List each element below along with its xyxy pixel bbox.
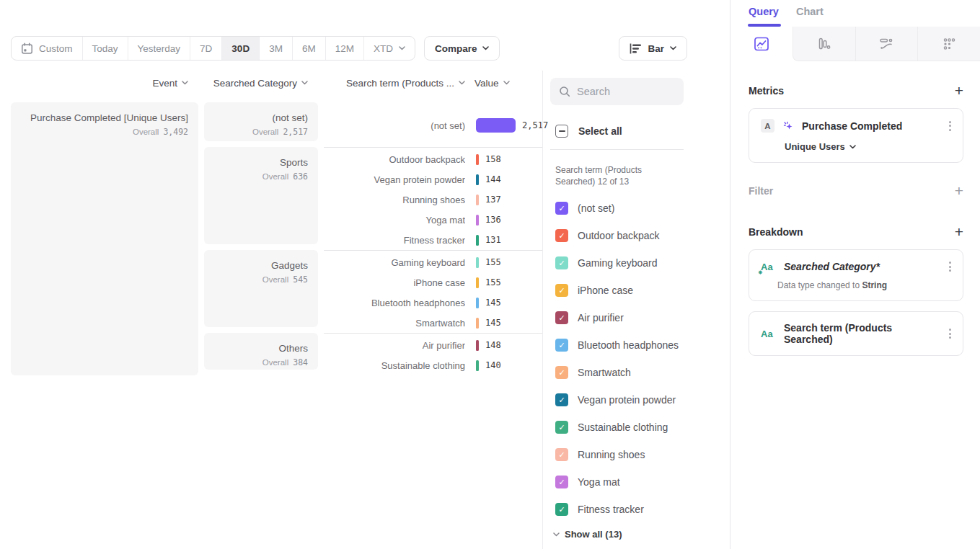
add-breakdown-button[interactable]: +	[955, 224, 963, 239]
tab-retention[interactable]	[917, 27, 980, 61]
legend-item-vegan-protein-powder[interactable]: ✓Vegan protein powder	[555, 386, 730, 414]
select-all-label: Select all	[578, 125, 622, 137]
event-overall: Overall3,492	[18, 127, 188, 137]
column-header-searched-category[interactable]: Searched Category	[198, 78, 318, 89]
date-range-12m[interactable]: 12M	[326, 37, 364, 60]
table-row[interactable]: Air purifier148	[324, 335, 542, 355]
checkbox-checked-icon[interactable]: ✓	[555, 421, 568, 434]
legend-item-running-shoes[interactable]: ✓Running shoes	[555, 441, 730, 468]
tab-query[interactable]: Query	[749, 6, 779, 27]
kebab-menu-icon[interactable]	[948, 260, 953, 273]
chart-type-label: Bar	[648, 43, 664, 54]
event-cell[interactable]: Purchase Completed [Unique Users] Overal…	[11, 102, 198, 375]
tab-chart[interactable]: Chart	[796, 6, 824, 27]
category-cell-others[interactable]: OthersOverall384	[204, 333, 318, 370]
table-row[interactable]: Running shoes137	[324, 189, 542, 210]
date-range-7d[interactable]: 7D	[190, 37, 222, 60]
legend-item-smartwatch[interactable]: ✓Smartwatch	[555, 359, 730, 386]
add-metric-button[interactable]: +	[955, 83, 963, 98]
checkbox-checked-icon[interactable]: ✓	[555, 503, 568, 516]
table-row[interactable]: Gaming keyboard155	[324, 252, 542, 272]
table-row[interactable]: Bluetooth headphones145	[324, 293, 542, 313]
date-range-3m[interactable]: 3M	[260, 37, 293, 60]
compare-button[interactable]: Compare	[424, 36, 500, 61]
category-cell-not-set[interactable]: (not set)Overall2,517	[204, 102, 318, 141]
checkbox-checked-icon[interactable]: ✓	[555, 366, 568, 379]
tab-flows[interactable]	[855, 27, 918, 61]
legend-caption: Search term (Products Searched) 12 of 13	[555, 164, 671, 187]
checkbox-checked-icon[interactable]: ✓	[555, 311, 568, 324]
breakdown-card-searched-category[interactable]: Aa✷ Searched Category* Data type changed…	[749, 249, 963, 301]
kebab-menu-icon[interactable]	[948, 120, 953, 133]
date-range-label: Custom	[39, 43, 73, 54]
search-term-label: Yoga mat	[324, 215, 465, 226]
report-type-tabs	[730, 27, 980, 61]
legend-item-bluetooth-headphones[interactable]: ✓Bluetooth headphones	[555, 331, 730, 359]
table-row[interactable]: Yoga mat136	[324, 210, 542, 230]
select-all-checkbox[interactable]	[555, 125, 568, 138]
legend-item-label: Air purifier	[578, 312, 624, 323]
legend-item-label: Fitness tracker	[578, 504, 644, 515]
breakdown-property-name: Search term (Products Searched)	[784, 322, 940, 345]
column-header-search-term[interactable]: Search term (Products ...	[318, 78, 465, 89]
legend-item-outdoor-backpack[interactable]: ✓Outdoor backpack	[555, 222, 730, 249]
date-range-xtd[interactable]: XTD	[364, 37, 415, 60]
legend-search[interactable]	[550, 78, 684, 105]
value-bar	[476, 360, 479, 371]
table-row[interactable]: Sustainable clothing140	[324, 355, 542, 375]
chevron-down-icon	[670, 46, 676, 50]
legend-item-air-purifier[interactable]: ✓Air purifier	[555, 304, 730, 331]
checkbox-checked-icon[interactable]: ✓	[555, 202, 568, 215]
column-header-value[interactable]: Value	[465, 78, 542, 89]
chart-type-button[interactable]: Bar	[619, 36, 687, 61]
checkbox-checked-icon[interactable]: ✓	[555, 448, 568, 461]
date-range-yesterday[interactable]: Yesterday	[128, 37, 191, 60]
metric-card[interactable]: A Purchase Completed Unique Users	[749, 108, 963, 163]
kebab-menu-icon[interactable]	[948, 327, 953, 340]
legend-item-yoga-mat[interactable]: ✓Yoga mat	[555, 468, 730, 496]
search-term-label: Bluetooth headphones	[324, 298, 465, 308]
legend-item-gaming-keyboard[interactable]: ✓Gaming keyboard	[555, 249, 730, 277]
date-range-30d[interactable]: 30D	[222, 37, 260, 60]
checkbox-checked-icon[interactable]: ✓	[555, 229, 568, 242]
table-row[interactable]: Fitness tracker131	[324, 230, 542, 250]
legend-item-not-set[interactable]: ✓(not set)	[555, 195, 730, 222]
date-range-6m[interactable]: 6M	[293, 37, 326, 60]
search-term-label: (not set)	[324, 120, 465, 131]
checkbox-checked-icon[interactable]: ✓	[555, 476, 568, 488]
select-all-row[interactable]: Select all	[555, 125, 730, 138]
date-range-today[interactable]: Today	[83, 37, 128, 60]
search-term-label: Air purifier	[324, 340, 465, 351]
checkbox-checked-icon[interactable]: ✓	[555, 256, 568, 269]
category-column: OthersOverall384	[204, 333, 318, 375]
table-row[interactable]: Outdoor backpack158	[324, 149, 542, 169]
query-panel: Query Chart Metrics + A	[730, 0, 980, 549]
checkbox-checked-icon[interactable]: ✓	[555, 393, 568, 406]
search-input[interactable]	[577, 86, 671, 97]
table-row[interactable]: Vegan protein powder144	[324, 169, 542, 189]
terms-column: Air purifier148Sustainable clothing140	[324, 333, 542, 375]
value-cell: 137	[476, 195, 542, 205]
legend-item-iphone-case[interactable]: ✓iPhone case	[555, 277, 730, 304]
legend-item-fitness-tracker[interactable]: ✓Fitness tracker	[555, 496, 730, 523]
category-column: GadgetsOverall545	[204, 250, 318, 333]
breakdown-card-search-term[interactable]: Aa Search term (Products Searched)	[749, 311, 963, 356]
checkbox-checked-icon[interactable]: ✓	[555, 339, 568, 352]
tab-funnels[interactable]	[793, 27, 855, 61]
category-overall: Overall2,517	[211, 127, 308, 137]
category-cell-gadgets[interactable]: GadgetsOverall545	[204, 250, 318, 327]
string-property-icon: Aa✷	[761, 262, 777, 272]
tab-insights[interactable]	[730, 27, 793, 61]
show-all-button[interactable]: Show all (13)	[553, 529, 730, 540]
column-header-event[interactable]: Event	[11, 78, 198, 89]
table-row[interactable]: iPhone case155	[324, 272, 542, 293]
table-row[interactable]: (not set)2,517	[324, 104, 542, 147]
add-filter-button[interactable]: +	[955, 183, 963, 198]
checkbox-checked-icon[interactable]: ✓	[555, 284, 568, 297]
metric-aggregation-dropdown[interactable]: Unique Users	[785, 141, 953, 152]
category-cell-sports[interactable]: SportsOverall636	[204, 147, 318, 244]
terms-column: Gaming keyboard155iPhone case155Bluetoot…	[324, 250, 542, 333]
date-range-custom[interactable]: Custom	[12, 37, 83, 60]
table-row[interactable]: Smartwatch145	[324, 313, 542, 333]
legend-item-sustainable-clothing[interactable]: ✓Sustainable clothing	[555, 414, 730, 441]
